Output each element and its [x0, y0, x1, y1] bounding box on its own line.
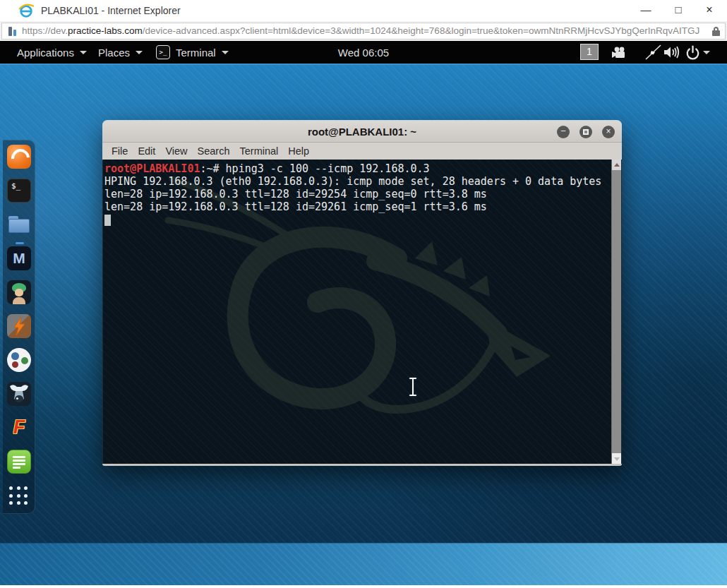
screen: PLABKALI01 - Internet Explorer — □ × htt… — [0, 0, 727, 588]
desktop[interactable]: $_ M F — [0, 64, 727, 585]
places-label: Places — [98, 47, 130, 59]
metasploit-icon[interactable]: M — [7, 246, 31, 270]
maltego-icon[interactable] — [7, 348, 31, 372]
show-applications-icon[interactable] — [9, 486, 29, 506]
workspace-indicator[interactable]: 1 — [580, 44, 599, 60]
terminal-maximize-button[interactable] — [579, 126, 592, 138]
chevron-down-icon — [703, 51, 710, 54]
gnome-topbar: Applications Places >_ Terminal Wed 06:0… — [0, 41, 727, 64]
terminal-output: root@PLABKALI01:~# hping3 -c 100 --icmp … — [104, 162, 610, 213]
speaker-icon — [663, 44, 682, 60]
ie-close-button[interactable]: × — [697, 0, 721, 20]
terminal-content[interactable]: root@PLABKALI01:~# hping3 -c 100 --icmp … — [102, 160, 622, 464]
ssl-lock-icon — [712, 27, 720, 36]
ie-window-title: PLABKALI01 - Internet Explorer — [41, 5, 181, 16]
minimize-icon: − — [557, 126, 570, 136]
terminal-minimize-button[interactable]: − — [557, 126, 570, 138]
practice-labs-favicon — [8, 27, 18, 36]
chevron-down-icon — [80, 51, 87, 54]
prompt-line: root@PLABKALI01:~# hping3 -c 100 --icmp … — [104, 162, 610, 175]
url-scheme: https://dev. — [22, 25, 68, 36]
leafpad-icon[interactable] — [7, 450, 31, 474]
terminal-appmenu[interactable]: >_ Terminal — [156, 41, 229, 64]
faraday-icon[interactable]: F — [7, 416, 31, 440]
address-bar[interactable]: https://dev.practice-labs.com/device-adv… — [1, 23, 726, 40]
ie-bottom-strip — [0, 585, 727, 588]
favorites-dock: $_ M F — [3, 140, 35, 514]
terminal-scrollbar[interactable] — [611, 160, 621, 464]
output-line: len=28 ip=192.168.0.3 ttl=128 id=29254 i… — [104, 188, 610, 200]
maximize-icon — [583, 129, 589, 135]
output-line: HPING 192.168.0.3 (eth0 192.168.0.3): ic… — [104, 175, 610, 188]
chevron-down-icon — [136, 51, 143, 54]
places-menu[interactable]: Places — [98, 41, 143, 64]
ie-minimize-button[interactable]: — — [634, 0, 658, 20]
terminal-window-title: root@PLABKALI01: ~ — [102, 126, 622, 138]
video-camera-icon — [611, 47, 629, 59]
terminal-app-icon[interactable]: $_ — [7, 179, 31, 203]
running-app-indicator — [16, 242, 24, 244]
screen-recording-indicator — [611, 41, 629, 64]
ie-maximize-button[interactable]: □ — [666, 0, 690, 20]
internet-explorer-icon — [18, 3, 34, 18]
terminal-appmenu-label: Terminal — [176, 47, 216, 59]
prompt-user: root@PLABKALI01 — [104, 162, 200, 175]
menu-search[interactable]: Search — [198, 145, 230, 157]
terminal-bottom-frame — [102, 464, 622, 466]
burpsuite-icon[interactable] — [7, 314, 31, 338]
url-path: /device-advanced.aspx?client=html&device… — [143, 25, 699, 36]
firefox-icon[interactable] — [7, 145, 31, 169]
wallpaper-highlight — [0, 64, 727, 65]
power-menu[interactable] — [685, 41, 700, 64]
clock-label: Wed 06:05 — [338, 47, 389, 59]
stylus-pen-icon — [644, 44, 662, 61]
pen-input-indicator — [644, 41, 662, 64]
applications-menu[interactable]: Applications — [17, 41, 87, 64]
terminal-window: root@PLABKALI01: ~ − × File Edit View Se… — [102, 120, 622, 466]
armitage-icon[interactable] — [7, 280, 31, 304]
output-line: len=28 ip=192.168.0.3 ttl=128 id=29261 i… — [104, 200, 610, 213]
clock[interactable]: Wed 06:05 — [321, 41, 406, 64]
menu-view[interactable]: View — [165, 145, 187, 157]
beef-bull-icon[interactable] — [7, 382, 31, 406]
terminal-close-button[interactable]: × — [602, 126, 615, 138]
power-icon — [685, 45, 700, 60]
menu-help[interactable]: Help — [288, 145, 309, 157]
url-domain: practice-labs.com — [68, 25, 143, 36]
scroll-down-arrow[interactable] — [612, 453, 621, 464]
url-text[interactable]: https://dev.practice-labs.com/device-adv… — [22, 25, 699, 38]
terminal-titlebar[interactable]: root@PLABKALI01: ~ − × — [102, 120, 622, 143]
system-menu-caret[interactable] — [703, 41, 710, 64]
menu-terminal[interactable]: Terminal — [240, 145, 279, 157]
prompt-suffix: :~# — [200, 162, 225, 175]
wallpaper-bottom-band — [0, 543, 727, 585]
terminal-icon: >_ — [156, 45, 170, 59]
files-folder-icon[interactable] — [7, 212, 31, 236]
chevron-down-icon — [222, 51, 229, 54]
close-icon: × — [602, 126, 615, 138]
menu-file[interactable]: File — [112, 145, 128, 157]
scroll-up-arrow[interactable] — [612, 160, 621, 170]
ie-titlebar: PLABKALI01 - Internet Explorer — □ × — [0, 0, 727, 21]
terminal-cursor — [104, 215, 111, 226]
volume-menu[interactable] — [663, 41, 682, 64]
command-text: hping3 -c 100 --icmp 192.168.0.3 — [226, 162, 430, 175]
applications-label: Applications — [17, 47, 74, 59]
menu-edit[interactable]: Edit — [138, 145, 155, 157]
terminal-menubar: File Edit View Search Terminal Help — [102, 143, 622, 160]
ie-urlbar: https://dev.practice-labs.com/device-adv… — [0, 21, 727, 41]
